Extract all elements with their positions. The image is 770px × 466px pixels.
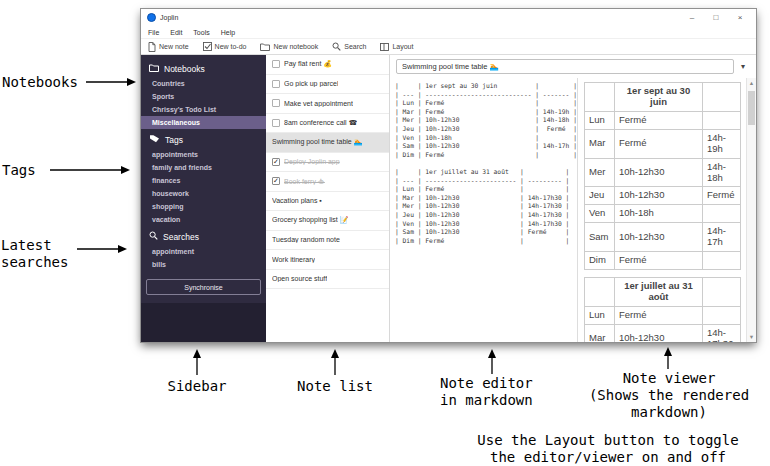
- sidebar-header-searches[interactable]: Searches: [141, 228, 266, 245]
- table-cell: Fermé: [703, 187, 741, 205]
- sidebar-header-notebooks[interactable]: Notebooks: [141, 61, 266, 77]
- table-row: Mar10h-12h3014h-17h30: [585, 324, 741, 342]
- table-cell: Mar: [585, 129, 615, 158]
- scroll-down-icon[interactable]: ▼: [747, 334, 756, 340]
- todo-checkbox[interactable]: ✓: [272, 177, 280, 185]
- tag-icon: [149, 134, 160, 145]
- scroll-up-icon[interactable]: ▲: [747, 80, 756, 86]
- editor-viewer-row: | | 1er sept au 30 juin | | | --- | ----…: [390, 78, 756, 342]
- note-title-label: 8am conference call ☎: [284, 119, 357, 127]
- note-list-item-work-itinerary[interactable]: Work itinerary: [266, 250, 389, 270]
- synchronise-button[interactable]: Synchronise: [146, 279, 261, 295]
- todo-checkbox[interactable]: [272, 80, 280, 88]
- annotation-note-list: Note list: [285, 378, 385, 395]
- toolbar-search-button[interactable]: Search: [332, 42, 366, 51]
- note-title-label: Book ferry ⛴: [284, 178, 325, 185]
- table-cell: 14h-19h: [703, 129, 741, 158]
- toolbar-new-note-button[interactable]: New note: [148, 42, 189, 52]
- note-list-item-deploy-joplin-app[interactable]: ✓Deploy Joplin app: [266, 153, 389, 173]
- table-row: Jeu10h-12h30Fermé: [585, 187, 741, 205]
- table-cell: Sam: [585, 223, 615, 252]
- window-title: Joplin: [160, 14, 680, 21]
- toolbar-label: New notebook: [273, 43, 318, 50]
- annotation-note-editor: Note editor in markdown: [440, 375, 533, 409]
- annotation-latest-searches: Latest searches: [1, 237, 68, 271]
- menu-tools[interactable]: Tools: [193, 29, 209, 36]
- todo-checkbox[interactable]: [272, 60, 280, 68]
- table-cell: 14h-18h: [703, 158, 741, 187]
- note-list-item-8am-conference-call[interactable]: 8am conference call ☎: [266, 114, 389, 134]
- sidebar-item-appointments[interactable]: appointments: [141, 148, 266, 161]
- toolbar-label: New to-do: [215, 43, 247, 50]
- table-cell: [703, 252, 741, 270]
- sidebar-item-finances[interactable]: finances: [141, 174, 266, 187]
- close-button[interactable]: ×: [728, 9, 752, 26]
- todo-checkbox[interactable]: ✓: [272, 158, 280, 166]
- latest-searches-arrow: [77, 244, 127, 254]
- sidebar-item-housework[interactable]: housework: [141, 187, 266, 200]
- sidebar-item-shopping[interactable]: shopping: [141, 200, 266, 213]
- sidebar: NotebooksCountriesSportsChrissy's Todo L…: [141, 55, 266, 342]
- menu-edit[interactable]: Edit: [170, 29, 182, 36]
- sidebar-item-vacation[interactable]: vacation: [141, 213, 266, 226]
- search-icon: [332, 42, 341, 51]
- note-title-input[interactable]: [396, 59, 734, 74]
- scrollbar-thumb[interactable]: [748, 91, 755, 125]
- note-list-item-vacation-plans[interactable]: Vacation plans ▪: [266, 192, 389, 212]
- table-row: DimFermé: [585, 252, 741, 270]
- table-header-cell: 1er juillet au 31 août: [615, 278, 703, 307]
- table-cell: Jeu: [585, 187, 615, 205]
- menu-file[interactable]: File: [148, 29, 159, 36]
- toolbar-layout-button[interactable]: Layout: [380, 43, 413, 51]
- table-cell: 10h-12h30: [615, 223, 703, 252]
- annotation-layout-tip: Use the Layout button to toggle the edit…: [452, 432, 764, 466]
- note-title-label: Pay flat rent 💰: [284, 60, 332, 68]
- sidebar-item-miscellaneous[interactable]: Miscellaneous: [141, 116, 266, 129]
- sidebar-item-countries[interactable]: Countries: [141, 77, 266, 90]
- note-list-item-open-source-stuff[interactable]: Open source stuff: [266, 270, 389, 290]
- table-header-cell: 1er sept au 30 juin: [615, 83, 703, 112]
- annotation-tags: Tags: [2, 162, 36, 179]
- table-row: Ven10h-18h: [585, 205, 741, 223]
- table-header-cell: [585, 278, 615, 307]
- table-cell: [703, 306, 741, 324]
- note-title-label: Work itinerary: [272, 256, 315, 263]
- minimize-button[interactable]: –: [680, 9, 704, 26]
- note-title-label: Vacation plans ▪: [272, 197, 322, 204]
- table-cell: Dim: [585, 252, 615, 270]
- title-dropdown-icon[interactable]: ▾: [734, 62, 752, 71]
- sidebar-item-family-and-friends[interactable]: family and friends: [141, 161, 266, 174]
- search-icon: [149, 231, 158, 242]
- viewer-scrollbar[interactable]: ▲ ▼: [746, 78, 756, 342]
- sidebar-item-sports[interactable]: Sports: [141, 90, 266, 103]
- note-list-item-make-vet-appointment[interactable]: Make vet appointment: [266, 94, 389, 114]
- toolbar-label: Search: [344, 43, 366, 50]
- note-panel: ▾ | | 1er sept au 30 juin | | | --- | --…: [390, 55, 756, 342]
- sidebar-item-chrissy-s-todo-list[interactable]: Chrissy's Todo List: [141, 103, 266, 116]
- table-cell: [703, 205, 741, 223]
- note-list-item-swimming-pool-time-table[interactable]: Swimming pool time table 🏊: [266, 133, 389, 153]
- toolbar-new-to-do-button[interactable]: New to-do: [203, 42, 247, 51]
- note-list-item-grocery-shopping-list[interactable]: Grocery shopping list 📝: [266, 211, 389, 231]
- note-title-label: Go pick up parcel: [284, 80, 338, 87]
- sidebar-item-bills[interactable]: bills: [141, 258, 266, 271]
- todo-checkbox[interactable]: [272, 119, 280, 127]
- joplin-logo-icon: [147, 13, 156, 22]
- markdown-editor[interactable]: | | 1er sept au 30 juin | | | --- | ----…: [390, 78, 578, 342]
- note-list-item-go-pick-up-parcel[interactable]: Go pick up parcel: [266, 75, 389, 95]
- sidebar-header-tags[interactable]: Tags: [141, 131, 266, 148]
- note-list-item-book-ferry[interactable]: ✓Book ferry ⛴: [266, 172, 389, 192]
- toolbar-new-notebook-button[interactable]: New notebook: [260, 43, 318, 51]
- todo-checkbox[interactable]: [272, 99, 280, 107]
- maximize-button[interactable]: □: [704, 9, 728, 26]
- markdown-source[interactable]: | | 1er sept au 30 juin | | | --- | ----…: [390, 78, 577, 245]
- sidebar-item-appointment[interactable]: appointment: [141, 245, 266, 258]
- note-list-item-tuesday-random-note[interactable]: Tuesday random note: [266, 231, 389, 251]
- table-row: Sam10h-12h3014h-17h: [585, 223, 741, 252]
- sidebar-section-title: Tags: [165, 135, 183, 145]
- menu-help[interactable]: Help: [221, 29, 235, 36]
- table-row: Mer10h-12h3014h-18h: [585, 158, 741, 187]
- table-cell: 10h-12h30: [615, 158, 703, 187]
- note-list-item-pay-flat-rent[interactable]: Pay flat rent 💰: [266, 55, 389, 75]
- table-cell: 10h-12h30: [615, 324, 703, 342]
